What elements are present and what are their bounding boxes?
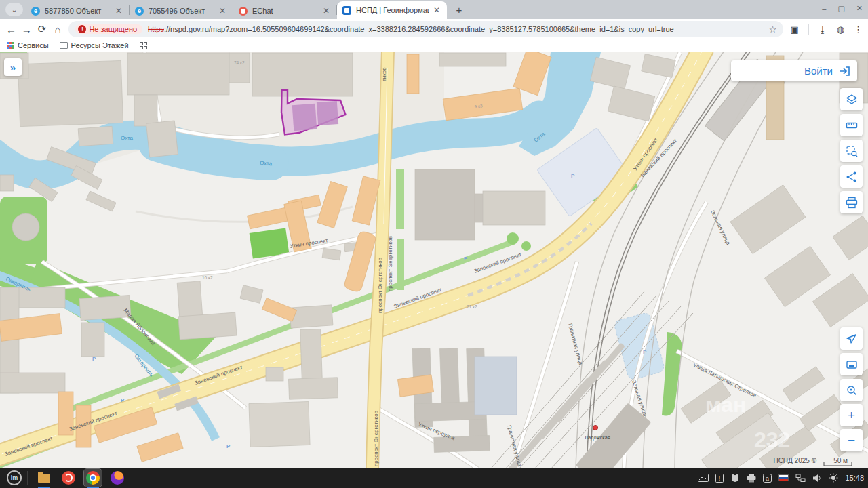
taskbar-files[interactable] (35, 469, 53, 487)
measure-button[interactable] (840, 114, 863, 136)
home-button[interactable]: ⌂ (52, 21, 64, 37)
layers-icon (846, 94, 858, 106)
browser-toolbar: ← → ⟳ ⌂ ! Не защищено https://nspd.gov.r… (0, 19, 868, 39)
map-label-road: тиков (381, 68, 387, 81)
security-chip[interactable]: ! Не защищено (75, 24, 142, 34)
bookmark-resursy-etazhei[interactable]: Ресурсы Этажей (60, 41, 129, 49)
reload-button[interactable]: ⟳ (37, 21, 48, 37)
mint-menu-button[interactable]: lm (7, 470, 22, 485)
url-text: https://nspd.gov.ru/map?zoom=16.50550960… (148, 25, 769, 33)
zoom-in-button[interactable]: + (840, 404, 863, 426)
scale-bar (823, 462, 853, 467)
navigation-arrow-icon (846, 333, 858, 345)
map-label-p: P (226, 443, 231, 449)
screenshot-tray-icon[interactable] (698, 474, 709, 482)
folder-icon (38, 474, 50, 483)
tab-4-active[interactable]: НСПД | Геоинформационн ✕ (337, 1, 447, 19)
etazhi-favicon-icon: e (31, 7, 40, 16)
lasso-select-icon (846, 145, 858, 157)
tab-title: EChat (252, 7, 319, 15)
network-tray-icon[interactable] (795, 474, 806, 483)
map-label-minor: 71 к2 (467, 304, 477, 309)
map-label-water: Охта (121, 135, 134, 141)
search-location-button[interactable] (840, 379, 863, 401)
tab-close-icon[interactable]: ✕ (114, 6, 123, 16)
login-panel[interactable]: Войти (731, 60, 857, 81)
taskbar-separator (27, 471, 28, 485)
ruler-icon (846, 119, 858, 131)
map-label-p: P (92, 356, 96, 362)
panorama-button[interactable] (840, 353, 863, 375)
volume-tray-icon[interactable] (812, 474, 822, 483)
svg-text:!: ! (719, 475, 721, 482)
map-label-wm: 232 (754, 428, 790, 452)
share-button[interactable] (840, 165, 863, 188)
window-minimize-button[interactable]: – (822, 5, 826, 13)
map-label-p: P (571, 173, 575, 179)
share-icon (846, 171, 858, 183)
apps-grid-icon[interactable] (140, 42, 147, 49)
window-close-button[interactable]: ✕ (856, 4, 863, 13)
tab-close-icon[interactable]: ✕ (218, 6, 227, 16)
map-label-road: проспект Энергетиков (373, 411, 379, 466)
map-container: ОхтаОхтаОхтаОккервильОккервильЗаневский … (0, 52, 868, 468)
map-label-road: проспект Энергетиков (377, 258, 383, 313)
toolbar-separator (808, 24, 809, 35)
panorama-icon (846, 359, 858, 371)
clipboard-tray-icon[interactable]: ! (715, 473, 724, 483)
downloads-icon[interactable]: ⭳ (818, 24, 827, 35)
taskbar-firefox[interactable] (108, 469, 126, 487)
address-bar[interactable]: ! Не защищено https://nspd.gov.ru/map?zo… (68, 21, 783, 37)
map-label-minor: 16 к2 (202, 275, 213, 280)
russian-flag-icon[interactable] (778, 474, 789, 481)
clock[interactable]: 15:48 (845, 474, 864, 482)
menu-icon[interactable]: ⋮ (854, 24, 863, 35)
svg-text:a: a (766, 474, 769, 481)
printer-tray-icon[interactable] (747, 474, 756, 483)
echat-favicon-icon (239, 7, 248, 16)
forward-button[interactable]: → (21, 21, 33, 37)
etazhi-favicon-icon: e (135, 7, 144, 16)
chrome-icon (86, 471, 100, 485)
zoom-out-button[interactable]: − (840, 429, 863, 451)
app-tray-icon[interactable] (730, 473, 740, 483)
sidebar-expand-button[interactable]: » (4, 58, 22, 76)
tab-close-icon[interactable]: ✕ (321, 6, 331, 16)
brightness-tray-icon[interactable] (829, 473, 838, 483)
select-area-button[interactable] (840, 140, 863, 162)
tab-title: НСПД | Геоинформационн (356, 6, 429, 14)
login-icon (838, 66, 850, 77)
metro-station-marker[interactable] (593, 426, 598, 430)
window-restore-button[interactable]: ▢ (837, 4, 844, 13)
tab-close-icon[interactable]: ✕ (432, 5, 441, 15)
bookmark-servisy[interactable]: Сервисы (7, 41, 49, 49)
map-label-p: P (121, 397, 125, 403)
layers-button[interactable] (840, 88, 863, 110)
bookmark-star-icon[interactable]: ☆ (769, 24, 777, 35)
map-label-minor: 74 к2 (234, 60, 245, 65)
map-attribution: НСПД 2025 © (773, 457, 816, 464)
keyboard-indicator-icon[interactable]: a (763, 474, 772, 483)
printer-icon (846, 197, 858, 209)
locate-button[interactable] (840, 327, 863, 350)
taskbar-chrome[interactable] (84, 469, 102, 487)
tab-1[interactable]: e 5877850 Объект ✕ (26, 3, 129, 19)
tab-search-button[interactable]: ⌄ (5, 3, 23, 16)
bookmarks-bar: Сервисы Ресурсы Этажей (0, 39, 868, 52)
tab-3[interactable]: EChat ✕ (233, 3, 336, 19)
echat-app-icon (62, 471, 75, 485)
nspd-favicon-icon (342, 6, 351, 15)
map-label-p: P (464, 256, 468, 262)
extensions-icon[interactable]: ▣ (790, 24, 798, 35)
print-button[interactable] (840, 191, 863, 214)
profile-icon[interactable]: ◍ (837, 24, 844, 35)
tab-title: 7055496 Объект (149, 7, 215, 15)
tab-2[interactable]: e 7055496 Объект ✕ (130, 3, 233, 19)
back-button[interactable]: ← (5, 21, 17, 37)
new-tab-button[interactable]: + (451, 1, 467, 18)
map-label-water: Охта (260, 160, 273, 167)
map-label-wm: ман (705, 392, 746, 417)
taskbar-echat[interactable] (60, 469, 77, 487)
map-canvas[interactable]: ОхтаОхтаОхтаОккервильОккервильЗаневский … (0, 52, 868, 468)
folder-icon (60, 42, 68, 49)
